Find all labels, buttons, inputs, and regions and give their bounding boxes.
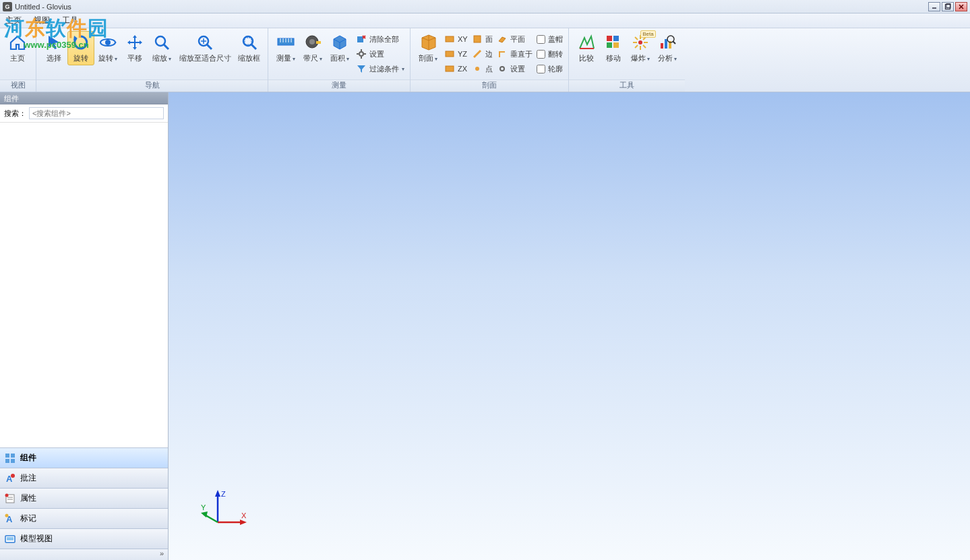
group-view-label: 视图 [0,80,36,92]
svg-line-46 [635,37,638,40]
section-plane-button[interactable]: 平面 [495,32,534,46]
tab-attributes[interactable]: 属性 [0,489,168,509]
maximize-button[interactable] [942,2,954,11]
tape-button[interactable]: 带尺 [299,31,326,65]
svg-point-7 [156,36,165,46]
svg-rect-23 [357,36,363,42]
markup-icon: A [4,513,16,525]
svg-rect-22 [316,41,321,44]
menu-view[interactable]: 视图 [34,15,50,26]
svg-rect-51 [661,43,663,49]
side-panel: 组件 搜索： 组件 A 批注 属性 A 标记 [0,92,169,560]
measure-button[interactable]: 测量 [272,31,299,65]
svg-rect-52 [665,39,667,49]
section-cap-check[interactable]: 盖帽 [535,32,564,46]
measure-settings-button[interactable]: 设置 [355,47,406,61]
search-row: 搜索： [0,104,168,123]
section-yz-button[interactable]: YZ [443,47,469,61]
home-icon [8,33,27,52]
section-face-button[interactable]: 面 [471,32,494,46]
svg-rect-38 [607,36,612,41]
minimize-button[interactable] [928,2,940,11]
section-point-button[interactable]: 点 [471,62,494,75]
svg-marker-74 [240,520,247,525]
menu-tools[interactable]: 工具 [62,15,78,26]
viewport-3d[interactable]: Z X Y [169,92,970,560]
clear-icon [356,34,367,44]
analyze-button[interactable]: 分析 [654,31,681,65]
beta-badge: Beta [640,30,655,38]
edge-icon [472,49,483,59]
svg-point-26 [359,52,363,56]
svg-point-67 [5,514,9,517]
select-button[interactable]: 选择 [40,31,67,65]
group-nav-label: 导航 [36,80,268,92]
svg-point-6 [105,40,111,45]
component-tree[interactable] [0,123,168,447]
compare-button[interactable]: 比较 [573,31,600,65]
rotate-split-button[interactable]: 旋转 [94,31,121,65]
home-button[interactable]: 主页 [4,31,31,65]
filter-icon [356,63,367,74]
zoom-box-button[interactable]: 缩放框 [235,31,264,65]
area-button[interactable]: 面积 [326,31,353,65]
zoom-box-icon [240,33,259,52]
svg-rect-57 [11,454,15,458]
ribbon: 主页 视图 选择 旋转 旋转 平移 缩放 [0,28,970,92]
zoom-button[interactable]: 缩放 [148,31,175,65]
panel-collapse-button[interactable]: » [0,549,168,560]
rotate-button[interactable]: 旋转 [67,31,94,65]
home-label: 主页 [10,53,25,63]
svg-line-49 [635,45,638,48]
menu-home[interactable]: 主页 [5,15,22,26]
svg-rect-59 [11,459,15,463]
section-outline-check[interactable]: 轮廓 [535,62,564,75]
section-zx-button[interactable]: ZX [443,62,469,75]
svg-text:X: X [241,511,247,520]
svg-point-61 [11,474,15,478]
pan-button[interactable]: 平移 [121,31,148,65]
panel-title: 组件 [0,92,168,104]
svg-text:Y: Y [201,503,206,511]
section-edge-button[interactable]: 边 [471,47,494,61]
svg-rect-39 [613,36,619,41]
zoom-icon [152,33,171,52]
zoom-fit-button[interactable]: 缩放至适合尺寸 [175,31,235,65]
rotate-icon [71,33,90,52]
explode-button[interactable]: Beta 爆炸 [627,31,654,65]
svg-rect-32 [446,51,454,57]
filter-button[interactable]: 过滤条件 ▾ [355,62,406,75]
section-button[interactable]: 剖面 [415,31,442,65]
axis-triad: Z X Y [201,489,248,536]
gear-icon [356,49,367,59]
section-perp-button[interactable]: 垂直于 [495,47,534,61]
svg-line-8 [164,44,169,49]
plane-icon [444,34,455,44]
tab-markup[interactable]: A 标记 [0,509,168,529]
svg-rect-13 [245,38,251,44]
svg-rect-41 [613,42,619,48]
section-flip-check[interactable]: 翻转 [535,47,564,61]
svg-rect-58 [5,459,9,463]
section-xy-button[interactable]: XY [443,32,469,46]
close-button[interactable] [955,2,967,11]
clear-all-button[interactable]: 清除全部 [355,32,406,46]
search-input[interactable] [29,107,164,119]
analyze-icon [658,33,677,52]
svg-rect-40 [607,42,612,48]
main-body: 组件 搜索： 组件 A 批注 属性 A 标记 [0,92,970,560]
modelviews-icon [4,533,16,545]
tab-components[interactable]: 组件 [0,448,168,468]
svg-line-47 [643,45,646,48]
svg-point-65 [5,493,9,497]
svg-point-37 [500,67,504,71]
zoom-fit-icon [195,33,214,52]
group-section-label: 剖面 [411,80,568,92]
tab-modelviews[interactable]: 模型视图 [0,529,168,549]
move-button[interactable]: 移动 [600,31,627,65]
tab-annotations[interactable]: A 批注 [0,468,168,489]
search-label: 搜索： [4,108,26,119]
section-icon [419,33,437,52]
section-settings-button[interactable]: 设置 [495,62,534,75]
svg-rect-34 [474,36,481,42]
